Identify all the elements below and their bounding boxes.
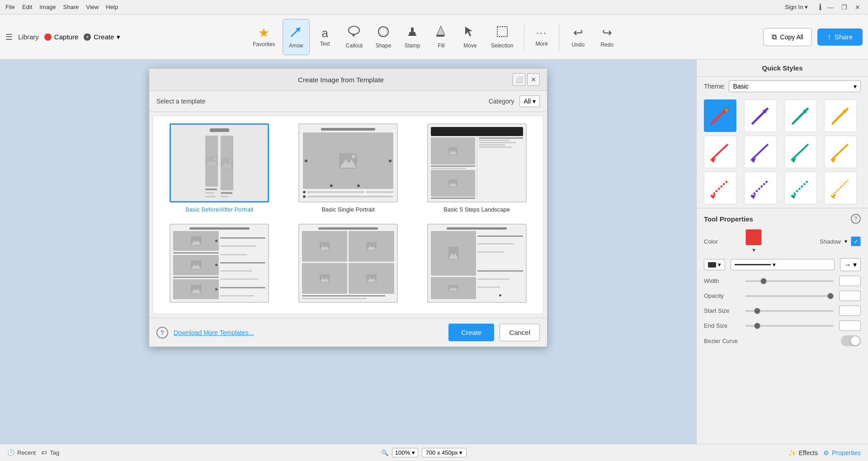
arrow-style-6[interactable] [744,136,777,168]
template-item-5[interactable] [289,224,407,306]
menu-bar: File Edit Image Share View Help Sign In … [0,0,868,14]
svg-point-13 [214,157,217,160]
width-slider[interactable] [745,280,834,282]
library-button[interactable]: Library [18,33,39,41]
width-value-input[interactable]: 10 [839,276,861,286]
shadow-checkbox[interactable]: ✓ [851,236,861,246]
maximize-button[interactable]: ❐ [839,2,849,12]
theme-label: Theme: [704,83,725,90]
selection-tool[interactable]: Selection [486,19,519,55]
arrow-style-12[interactable] [824,172,857,204]
move-tool[interactable]: Move [457,19,484,55]
dialog-create-button[interactable]: Create [448,324,494,341]
template-item-basic-single[interactable]: Basic Single Portrait [289,123,407,213]
template-item-basic-5-steps[interactable]: Basic 5 Steps Landscape [418,123,536,213]
menu-image[interactable]: Image [39,4,56,10]
line-pattern-dropdown[interactable]: ▾ [731,259,835,270]
shape-tool[interactable]: Shape [370,19,397,55]
shadow-chevron-icon[interactable]: ▾ [844,238,847,245]
properties-button[interactable]: ⚙ Properties [823,449,861,456]
fill-tool[interactable]: Fill [428,19,455,55]
arrow-style-9[interactable] [704,172,736,204]
arrow-style-2[interactable] [744,99,777,132]
arrow-style-1[interactable]: ★ [704,99,736,132]
more-button[interactable]: ··· More [530,19,553,55]
arrow-style-5[interactable] [704,136,736,168]
dialog-maximize-button[interactable]: ⬜ [513,73,525,86]
zoom-value: 100% [395,449,410,456]
dimension-dropdown[interactable]: 700 x 450px ▾ [422,448,467,457]
more-label: More [535,41,547,47]
svg-line-58 [831,144,848,160]
dialog-cancel-button[interactable]: Cancel [500,324,540,341]
arrow-end-dropdown[interactable]: → ▾ [840,258,861,271]
arrow-style-11[interactable] [784,172,817,204]
start-size-slider[interactable] [745,310,834,312]
opacity-row: Opacity 100 [704,291,861,301]
menu-file[interactable]: File [5,4,15,10]
tool-properties-header: Tool Properties ? [704,214,861,224]
toolbar-center: ★ Favorites Arrow a Text Callout Shape [150,19,718,55]
svg-point-19 [352,155,355,158]
redo-button[interactable]: ↪ Redo [594,19,621,55]
opacity-value-input[interactable]: 100 [839,291,861,301]
menu-share[interactable]: Share [63,4,79,10]
create-button[interactable]: + Create ▾ [84,33,120,41]
category-dropdown[interactable]: All ▾ [519,95,540,107]
tool-properties-help-button[interactable]: ? [851,214,861,224]
end-size-slider[interactable] [745,325,834,327]
minimize-button[interactable]: — [826,2,835,12]
end-size-value-input[interactable]: 3 [839,320,861,331]
tag-button[interactable]: 🏷 Tag [41,449,59,456]
toolbar-right: ⧉ Copy All ↑ Share [718,28,863,46]
copy-all-button[interactable]: ⧉ Copy All [763,28,812,46]
hamburger-menu[interactable]: ☰ [5,32,13,42]
status-center: 🔍 100% ▾ 700 x 450px ▾ [66,448,781,457]
menu-items: File Edit Image Share View Help [5,4,118,10]
sign-in-button[interactable]: Sign In ▾ [785,4,808,10]
arrow-style-8[interactable] [824,136,857,168]
start-size-value-input[interactable]: 3 [839,306,861,316]
menu-view[interactable]: View [86,4,99,10]
color-shadow-row: Color ▾ Shadow ▾ ✓ [704,229,861,254]
dialog-help-button[interactable]: ? [156,327,168,339]
capture-button[interactable]: Capture [44,33,78,41]
undo-button[interactable]: ↩ Undo [565,19,592,55]
template-item-basic-before-after[interactable]: Basic Before/After Portrait [160,123,278,213]
color-swatch[interactable] [745,229,762,245]
share-label: Share [835,33,853,41]
download-templates-link[interactable]: Download More Templates... [174,329,254,336]
stamp-tool[interactable]: Stamp [399,19,426,55]
text-tool[interactable]: a Text [311,19,339,55]
dialog-close-button[interactable]: ✕ [527,73,540,86]
svg-rect-8 [408,35,416,36]
menu-edit[interactable]: Edit [22,4,32,10]
arrow-tool[interactable]: Arrow [283,19,310,55]
arrow-style-7[interactable] [784,136,817,168]
effects-button[interactable]: ✨ Effects [788,449,818,456]
bezier-toggle[interactable] [841,335,861,346]
template-grid: Basic Before/After Portrait [153,116,543,314]
create-label: Create [94,33,114,41]
menu-help[interactable]: Help [106,4,118,10]
recent-button[interactable]: 🕐 Recent [7,449,36,456]
shadow-label[interactable]: Shadow [820,238,841,245]
main-area: Create Image from Template ⬜ ✕ Select a … [0,60,868,461]
opacity-slider[interactable] [745,295,834,297]
zoom-dropdown[interactable]: 100% ▾ [392,448,418,457]
theme-dropdown[interactable]: Basic ▾ [729,80,861,92]
arrow-style-4[interactable] [824,99,857,132]
favorites-tool[interactable]: ★ Favorites [247,19,280,55]
close-button[interactable]: ✕ [853,2,863,12]
bezier-curve-row: Bezier Curve [704,335,861,346]
share-button[interactable]: ↑ Share [817,28,863,46]
callout-tool[interactable]: Callout [340,19,368,55]
template-item-4[interactable] [160,224,278,306]
stamp-icon [406,25,419,41]
color-dropdown-arrow[interactable]: ▾ [752,246,755,254]
template-item-6[interactable] [418,224,536,306]
arrow-style-3[interactable] [784,99,817,132]
svg-rect-10 [497,27,507,37]
line-cap-dropdown[interactable]: ▾ [704,259,725,270]
arrow-style-10[interactable] [744,172,777,204]
